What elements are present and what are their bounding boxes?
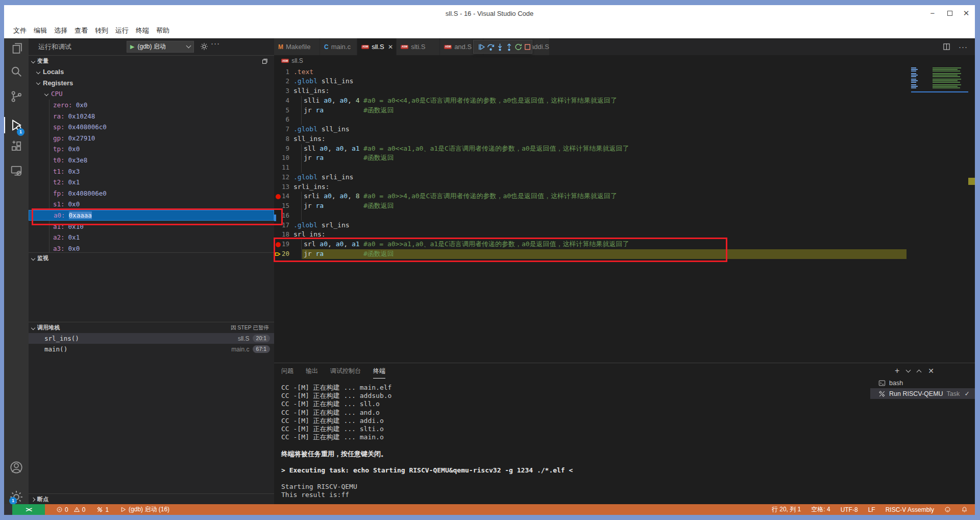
remote-indicator[interactable]: ><: [12, 504, 45, 515]
continue-button[interactable]: [477, 42, 486, 52]
panel-tab-调试控制台[interactable]: 调试控制台: [330, 363, 361, 379]
eol-status[interactable]: LF: [868, 506, 875, 513]
code-line-14[interactable]: 14srli a0, a0, 8#a0 = a0>>4,a0是C语言调用者传递的…: [274, 192, 975, 201]
register-t1[interactable]: t1:0x3: [29, 166, 274, 177]
explorer-icon[interactable]: [9, 41, 23, 55]
stack-frame-srl_ins[interactable]: srl_ins()sll.S20:1: [29, 333, 274, 344]
terminal-output[interactable]: CC -[M] 正在构建 ... main.elfCC -[M] 正在构建 ..…: [281, 384, 573, 500]
code-line-9[interactable]: 9sll a0, a0, a1#a0 = a0<<a1,a0、a1是C语言调用者…: [274, 144, 975, 154]
register-a3[interactable]: a3:0x0: [29, 243, 274, 252]
more-actions-icon[interactable]: ···: [959, 42, 968, 51]
cursor-position[interactable]: 行 20, 列 1: [772, 505, 801, 514]
search-icon[interactable]: [9, 64, 23, 79]
language-mode[interactable]: RISC-V Assembly: [886, 506, 934, 513]
register-zero[interactable]: zero:0x0: [29, 100, 274, 111]
register-sp[interactable]: sp:0x408006c0: [29, 122, 274, 133]
close-panel-icon[interactable]: ✕: [928, 367, 934, 375]
register-gp[interactable]: gp:0x27910: [29, 133, 274, 144]
close-icon[interactable]: ✕: [388, 43, 393, 51]
code-line-1[interactable]: 1.text: [274, 67, 975, 77]
menu-item[interactable]: 终端: [132, 26, 153, 35]
code-line-17[interactable]: 17.globl srl_ins: [274, 221, 975, 230]
more-actions-icon[interactable]: ···: [211, 39, 220, 48]
feedback-icon[interactable]: [944, 506, 951, 513]
chevron-down-icon[interactable]: [906, 367, 911, 372]
register-t0[interactable]: t0:0x3e8: [29, 155, 274, 166]
step-over-button[interactable]: [486, 42, 495, 52]
code-line-12[interactable]: 12.globl srli_ins: [274, 173, 975, 182]
maximize-panel-icon[interactable]: [917, 369, 922, 374]
stop-button[interactable]: [523, 42, 532, 52]
account-icon[interactable]: [9, 460, 23, 475]
register-a2[interactable]: a2:0x1: [29, 232, 274, 243]
debug-status[interactable]: (gdb) 启动 (16): [120, 505, 169, 514]
terminal-list-item-bash[interactable]: bash: [870, 377, 975, 388]
indentation-status[interactable]: 空格: 4: [811, 505, 830, 514]
launch-config-dropdown[interactable]: ▶ (gdb) 启动: [127, 41, 194, 53]
step-out-button[interactable]: [505, 42, 513, 52]
source-control-icon[interactable]: [9, 89, 23, 104]
encoding-status[interactable]: UTF-8: [841, 506, 858, 513]
panel-tab-问题[interactable]: 问题: [281, 363, 293, 379]
menu-item[interactable]: 文件: [10, 26, 30, 35]
split-editor-icon[interactable]: [943, 43, 950, 51]
terminal-list-item-Run RISCV-QEMU[interactable]: Run RISCV-QEMUTask✓: [870, 388, 975, 399]
remote-explorer-icon[interactable]: [9, 163, 23, 178]
maximize-button[interactable]: [942, 5, 958, 22]
problems-status[interactable]: 0 0: [56, 506, 85, 513]
breadcrumb[interactable]: ASM sll.S: [274, 55, 975, 66]
tasks-status[interactable]: 1: [96, 506, 109, 513]
code-line-6[interactable]: 6: [274, 115, 975, 125]
notifications-bell-icon[interactable]: [961, 506, 968, 513]
tab-Makefile[interactable]: MMakefile: [274, 38, 320, 55]
minimize-button[interactable]: −: [925, 5, 940, 22]
register-fp[interactable]: fp:0x408006e0: [29, 188, 274, 199]
variables-section-header[interactable]: 变量: [29, 55, 274, 66]
menu-item[interactable]: 帮助: [153, 26, 173, 35]
code-line-15[interactable]: 15jr ra#函数返回: [274, 201, 975, 211]
code-line-11[interactable]: 11: [274, 163, 975, 173]
panel-tab-终端[interactable]: 终端: [373, 363, 385, 379]
menu-item[interactable]: 运行: [112, 26, 132, 35]
tab-main.c[interactable]: Cmain.c: [320, 38, 357, 55]
panel-tab-输出[interactable]: 输出: [306, 363, 318, 379]
collapse-all-icon[interactable]: [261, 58, 268, 65]
menu-item[interactable]: 查看: [71, 26, 91, 35]
code-line-4[interactable]: 4slli a0, a0, 4#a0 = a0<<4,a0是C语言调用者传递的参…: [274, 96, 975, 106]
register-t2[interactable]: t2:0x1: [29, 177, 274, 188]
scope-Registers[interactable]: Registers: [29, 78, 274, 89]
launch-config-label: (gdb) 启动: [137, 42, 187, 51]
stack-frame-main[interactable]: main()main.c67:1: [29, 344, 274, 354]
extensions-icon[interactable]: [9, 139, 23, 153]
menu-item[interactable]: 转到: [91, 26, 112, 35]
new-terminal-icon[interactable]: +: [895, 366, 899, 375]
close-button[interactable]: ✕: [959, 5, 974, 22]
menu-item[interactable]: 编辑: [30, 26, 51, 35]
restart-button[interactable]: [514, 42, 523, 52]
scope-Locals[interactable]: Locals: [29, 66, 274, 78]
code-line-16[interactable]: 16: [274, 211, 975, 221]
code-line-3[interactable]: 3slli_ins:: [274, 86, 975, 96]
code-line-5[interactable]: 5jr ra#函数返回: [274, 106, 975, 115]
register-ra[interactable]: ra:0x10248: [29, 110, 274, 122]
code-line-2[interactable]: 2.globl slli_ins: [274, 77, 975, 86]
tab-slti.S[interactable]: ASMslti.S: [397, 38, 440, 55]
code-line-13[interactable]: 13srli_ins:: [274, 182, 975, 192]
minimap[interactable]: [911, 67, 968, 94]
code-line-8[interactable]: 8sll_ins:: [274, 134, 975, 144]
code-editor[interactable]: 1.text2.globl slli_ins3slli_ins:4slli a0…: [274, 66, 975, 363]
callstack-section-header[interactable]: 调用堆栈 因 STEP 已暂停: [29, 322, 274, 333]
debug-settings-gear-icon[interactable]: [200, 42, 208, 51]
register-tp[interactable]: tp:0x0: [29, 144, 274, 155]
launch-play-icon[interactable]: ▶: [130, 43, 134, 50]
scope-cpu[interactable]: CPU: [29, 88, 274, 100]
tab-sll.S[interactable]: ASMsll.S✕: [357, 38, 397, 55]
watch-section-header[interactable]: 监视: [29, 252, 274, 264]
code-line-7[interactable]: 7.globl sll_ins: [274, 125, 975, 134]
step-into-button[interactable]: [496, 42, 504, 52]
menu-item[interactable]: 选择: [51, 26, 71, 35]
settings-gear-icon[interactable]: 1: [9, 490, 23, 504]
breakpoints-section-header[interactable]: 断点: [29, 493, 274, 505]
code-line-10[interactable]: 10jr ra#函数返回: [274, 153, 975, 163]
run-debug-icon[interactable]: 1: [9, 118, 23, 132]
